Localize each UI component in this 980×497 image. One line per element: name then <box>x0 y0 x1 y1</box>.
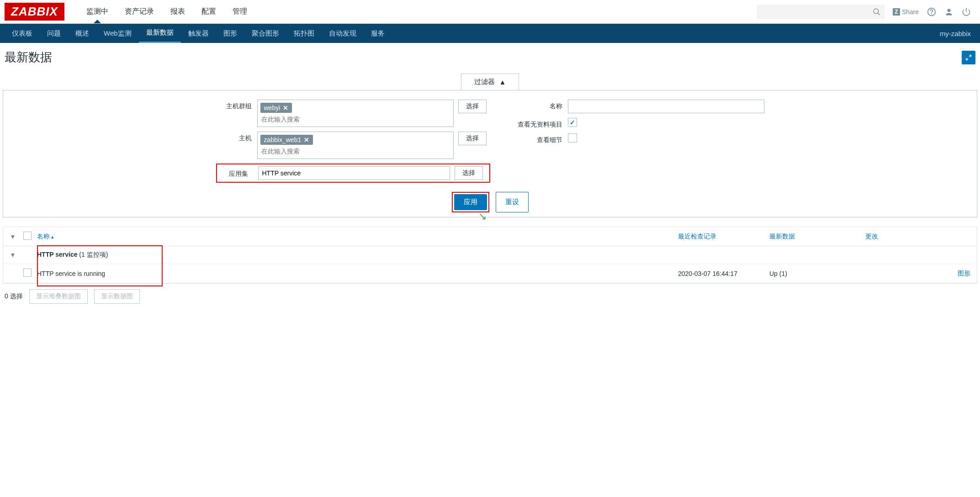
label-application: 应用集 <box>219 168 254 178</box>
share-link[interactable]: Z Share <box>893 8 919 16</box>
col-header-name[interactable]: 名称 <box>37 233 678 241</box>
power-icon[interactable] <box>962 7 971 16</box>
fullscreen-button[interactable] <box>962 51 975 64</box>
menu-monitoring[interactable]: 监测中 <box>78 0 117 23</box>
show-empty-checkbox[interactable] <box>568 118 577 127</box>
subnav-dashboard[interactable]: 仪表板 <box>5 25 40 42</box>
label-show-empty: 查看无资料项目 <box>490 118 568 129</box>
subnav-web[interactable]: Web监测 <box>96 25 139 42</box>
filter-tab-row: 过滤器 ▲ <box>0 74 980 90</box>
search-icon <box>873 8 881 16</box>
label-host-group: 主机群组 <box>216 100 257 111</box>
item-name: HTTP service is running <box>37 270 678 277</box>
host-group-select-button[interactable]: 选择 <box>458 100 487 113</box>
host-select-button[interactable]: 选择 <box>458 132 487 145</box>
filter-panel: 主机群组 webyi✕ 选择 主机 zab <box>3 90 977 217</box>
host-input[interactable] <box>260 146 451 157</box>
col-header-check-time[interactable]: 最近检查记录 <box>678 233 769 241</box>
col-header-latest[interactable]: 最新数据 <box>769 233 865 241</box>
group-name: HTTP service <box>37 251 77 258</box>
search-box[interactable] <box>757 5 885 19</box>
svg-point-3 <box>932 13 932 14</box>
group-item-count: (1 监控项) <box>79 251 108 258</box>
application-select-button[interactable]: 选择 <box>455 166 483 180</box>
label-host: 主机 <box>216 132 257 143</box>
sub-nav: 仪表板 问题 概述 Web监测 最新数据 触发器 图形 聚合图形 拓扑图 自动发… <box>0 24 980 43</box>
subnav-services[interactable]: 服务 <box>364 25 392 42</box>
menu-reports[interactable]: 报表 <box>162 0 193 23</box>
subnav-latest-data[interactable]: 最新数据 <box>139 24 181 43</box>
field-show-details: 查看细节 <box>490 133 764 144</box>
svg-line-1 <box>878 13 880 15</box>
triangle-up-icon: ▲ <box>499 78 506 86</box>
row-checkbox[interactable] <box>23 269 32 277</box>
application-input[interactable] <box>258 166 450 180</box>
subnav-graphs[interactable]: 图形 <box>216 25 244 42</box>
help-icon[interactable] <box>927 7 936 16</box>
name-input[interactable] <box>568 100 764 113</box>
graph-link[interactable]: 图形 <box>958 270 970 277</box>
select-all-checkbox[interactable] <box>23 232 32 240</box>
data-graph-button[interactable]: 显示数据图 <box>94 289 140 304</box>
page-header: 最新数据 <box>0 43 980 74</box>
filter-buttons: 应用 ↘ 重设 <box>3 187 977 212</box>
show-details-checkbox[interactable] <box>568 133 577 143</box>
top-right: Z Share <box>757 5 975 19</box>
host-group-tag[interactable]: webyi✕ <box>260 103 292 113</box>
table-header: ▼ 名称 最近检查记录 最新数据 更改 <box>3 227 977 246</box>
table-row: HTTP service is running 2020-03-07 16:44… <box>3 264 977 283</box>
z-icon: Z <box>893 8 900 16</box>
subnav-overview[interactable]: 概述 <box>68 25 96 42</box>
close-icon[interactable]: ✕ <box>283 104 288 111</box>
field-name: 名称 <box>490 100 764 113</box>
host-group-input[interactable] <box>260 114 451 125</box>
item-check-time: 2020-03-07 16:44:17 <box>678 270 769 277</box>
expand-group-toggle[interactable]: ▼ <box>10 251 23 259</box>
svg-point-4 <box>948 9 951 12</box>
expand-all-toggle[interactable]: ▼ <box>10 233 23 240</box>
selected-count: 0 选择 <box>5 292 23 301</box>
top-nav: ZABBIX 监测中 资产记录 报表 配置 管理 Z Share <box>0 0 980 24</box>
host-group-select[interactable]: webyi✕ <box>257 100 454 127</box>
field-application: 应用集 选择 <box>216 164 490 183</box>
fullscreen-icon <box>965 54 972 61</box>
menu-administration[interactable]: 管理 <box>224 0 255 23</box>
stacked-graph-button[interactable]: 显示堆叠数据图 <box>29 289 88 304</box>
field-show-empty: 查看无资料项目 <box>490 118 764 129</box>
col-header-change[interactable]: 更改 <box>865 233 938 241</box>
table-footer: 0 选择 显示堆叠数据图 显示数据图 <box>0 284 980 309</box>
apply-button[interactable]: 应用 <box>454 194 487 210</box>
table-group-row: ▼ HTTP service (1 监控项) <box>3 246 977 264</box>
user-icon[interactable] <box>944 7 954 16</box>
data-table: ▼ 名称 最近检查记录 最新数据 更改 ▼ HTTP service (1 监控… <box>3 227 977 284</box>
subnav-hostname: my-zabbix <box>940 30 975 37</box>
logo[interactable]: ZABBIX <box>5 3 64 21</box>
page-title: 最新数据 <box>5 49 52 65</box>
subnav-problems[interactable]: 问题 <box>40 25 68 42</box>
item-latest-value: Up (1) <box>769 270 865 277</box>
label-name: 名称 <box>490 100 568 111</box>
menu-inventory[interactable]: 资产记录 <box>117 0 162 23</box>
main-menu: 监测中 资产记录 报表 配置 管理 <box>78 0 757 23</box>
cursor-arrow-icon: ↘ <box>478 211 487 222</box>
reset-button[interactable]: 重设 <box>496 192 529 212</box>
field-host-group: 主机群组 webyi✕ 选择 <box>216 100 490 127</box>
subnav-triggers[interactable]: 触发器 <box>181 25 216 42</box>
host-select[interactable]: zabbix_web1✕ <box>257 132 454 159</box>
filter-tab[interactable]: 过滤器 ▲ <box>461 74 519 90</box>
field-host: 主机 zabbix_web1✕ 选择 <box>216 132 490 159</box>
subnav-maps[interactable]: 拓扑图 <box>286 25 322 42</box>
subnav-discovery[interactable]: 自动发现 <box>322 25 364 42</box>
label-show-details: 查看细节 <box>490 133 568 144</box>
subnav-screens[interactable]: 聚合图形 <box>244 25 286 42</box>
close-icon[interactable]: ✕ <box>304 136 309 143</box>
svg-point-0 <box>874 9 879 14</box>
host-tag[interactable]: zabbix_web1✕ <box>260 135 313 145</box>
menu-configuration[interactable]: 配置 <box>193 0 224 23</box>
